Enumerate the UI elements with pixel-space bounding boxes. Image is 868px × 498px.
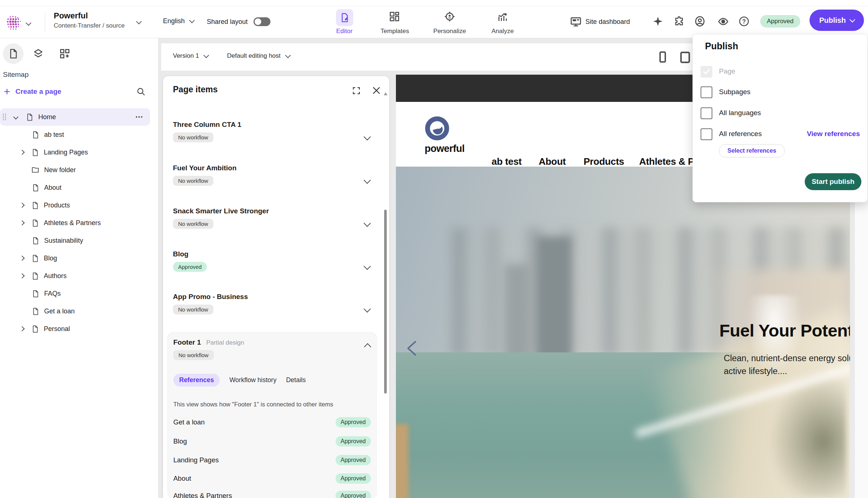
sidebar-components-view-button[interactable]: [54, 43, 75, 64]
checkbox-all-references-label[interactable]: All references: [719, 130, 762, 138]
tab-analyze-label[interactable]: Analyze: [489, 28, 516, 35]
reference-row[interactable]: Get a loan Approved: [173, 417, 371, 427]
expand-icon: [352, 86, 361, 95]
sitemap-item-faqs[interactable]: FAQs: [0, 285, 158, 302]
sitemap-item-products[interactable]: Products: [0, 196, 158, 214]
site-dashboard-button[interactable]: Site dashboard: [570, 16, 630, 28]
start-publish-button[interactable]: Start publish: [805, 173, 861, 190]
ai-sparkle-button[interactable]: [652, 16, 663, 27]
shared-layout-toggle[interactable]: [254, 17, 270, 26]
sitemap-section-label: Sitemap: [3, 71, 29, 79]
panel-scrollbar[interactable]: [384, 210, 387, 394]
page-item-title[interactable]: App Promo - Business: [173, 293, 248, 301]
app-switcher-chevron-icon[interactable]: [26, 20, 32, 26]
chevron-down-icon[interactable]: [364, 133, 371, 140]
chevron-right-icon[interactable]: [20, 220, 25, 225]
publish-button[interactable]: Publish: [809, 10, 864, 31]
checkbox-all-languages-label[interactable]: All languages: [719, 109, 761, 117]
tab-personalize-label[interactable]: Personalize: [431, 28, 468, 35]
sitemap-item-home[interactable]: Home: [0, 108, 150, 126]
tab-workflow-history[interactable]: Workflow history: [229, 376, 276, 384]
checkbox-all-references[interactable]: [701, 128, 712, 140]
project-switcher-chevron-icon[interactable]: [136, 19, 142, 25]
scrollbar-up-arrow[interactable]: [384, 92, 387, 95]
panel-close-button[interactable]: [372, 86, 381, 95]
carousel-prev-icon[interactable]: [404, 339, 420, 357]
chevron-down-icon[interactable]: [364, 220, 371, 227]
tab-templates[interactable]: [389, 11, 400, 22]
chevron-down-icon[interactable]: [364, 305, 371, 313]
page-icon: [31, 149, 39, 156]
analyze-chart-icon: [497, 11, 509, 22]
create-page-button[interactable]: Create a page: [3, 88, 61, 96]
site-nav-ab-test[interactable]: ab test: [492, 156, 522, 167]
sitemap-item-label: Landing Pages: [44, 149, 88, 156]
sitemap-item-sustainability[interactable]: Sustainability: [0, 232, 158, 249]
addons-button[interactable]: [673, 16, 685, 27]
project-subtitle: Content-Transfer / source: [54, 22, 125, 29]
chevron-right-icon[interactable]: [20, 150, 25, 155]
sitemap-item-authors[interactable]: Authors: [0, 267, 158, 285]
sitemap-item-personal[interactable]: Personal: [0, 320, 158, 338]
sitemap-item-new-folder[interactable]: New folder: [0, 161, 158, 179]
chevron-down-icon[interactable]: [364, 263, 371, 270]
sidebar-layers-view-button[interactable]: [28, 43, 49, 64]
sitemap-item-blog[interactable]: Blog: [0, 249, 158, 267]
sitemap-search-button[interactable]: [136, 87, 146, 96]
chevron-up-icon[interactable]: [364, 343, 371, 351]
editing-host-selector[interactable]: Default editing host: [227, 52, 290, 60]
reference-row[interactable]: Athletes & Partners Approved: [173, 491, 371, 498]
reference-row[interactable]: About Approved: [173, 473, 371, 484]
tab-personalize[interactable]: [444, 11, 456, 22]
checkbox-subpages[interactable]: [701, 86, 712, 98]
help-button[interactable]: [738, 16, 750, 27]
tablet-preview-button[interactable]: [679, 51, 692, 64]
chevron-right-icon[interactable]: [20, 273, 25, 278]
footer-item-title-row[interactable]: Footer 1 Partial design: [173, 338, 244, 346]
chevron-right-icon[interactable]: [20, 256, 25, 261]
tab-templates-label[interactable]: Templates: [378, 28, 411, 35]
page-icon: [32, 290, 39, 298]
tab-analyze[interactable]: [497, 11, 509, 22]
site-nav-about[interactable]: About: [539, 156, 566, 167]
sitemap-item-landing-pages[interactable]: Landing Pages: [0, 143, 158, 161]
site-nav-products[interactable]: Products: [584, 156, 624, 167]
tab-references[interactable]: References: [173, 374, 220, 387]
checkbox-all-languages[interactable]: [701, 107, 712, 119]
account-button[interactable]: [694, 15, 706, 27]
page-item-title[interactable]: Three Column CTA 1: [173, 121, 241, 129]
preview-eye-button[interactable]: [718, 16, 729, 27]
reference-row[interactable]: Blog Approved: [173, 436, 371, 447]
sitemap-item-athletes-partners[interactable]: Athletes & Partners: [0, 214, 158, 232]
reference-row[interactable]: Landing Pages Approved: [173, 455, 371, 465]
chevron-right-icon[interactable]: [20, 326, 25, 331]
sidebar-pages-view-button[interactable]: [3, 43, 24, 64]
app-logo[interactable]: [5, 14, 22, 31]
sitemap-item-about[interactable]: About: [0, 179, 158, 196]
sitemap-item-get-a-loan[interactable]: Get a loan: [0, 302, 158, 320]
page-icon: [32, 131, 39, 139]
page-item-title[interactable]: Blog: [173, 250, 188, 258]
chevron-down-icon[interactable]: [13, 114, 18, 120]
view-references-link[interactable]: View references: [807, 130, 860, 138]
tab-details[interactable]: Details: [286, 376, 306, 384]
tab-editor[interactable]: [336, 9, 353, 26]
select-references-button[interactable]: Select references: [719, 144, 785, 157]
tab-editor-label[interactable]: Editor: [330, 28, 359, 35]
ellipsis-menu-icon[interactable]: [135, 113, 144, 121]
version-selector[interactable]: Version 1: [173, 52, 208, 60]
editing-host-label: Default editing host: [227, 52, 281, 60]
mobile-preview-button[interactable]: [656, 51, 669, 63]
panel-expand-button[interactable]: [352, 86, 361, 95]
site-logo[interactable]: powerful: [425, 116, 465, 154]
page-item-title[interactable]: Fuel Your Ambition: [173, 164, 237, 172]
page-item-title[interactable]: Snack Smarter Live Stronger: [173, 207, 269, 215]
footer-item-card: Footer 1 Partial design No workflow Refe…: [167, 332, 377, 498]
help-icon: [738, 16, 750, 27]
drag-handle-icon[interactable]: [2, 113, 7, 121]
sitemap-item-ab-test[interactable]: ab test: [0, 126, 158, 143]
chevron-down-icon[interactable]: [364, 177, 371, 184]
chevron-right-icon[interactable]: [20, 203, 25, 208]
language-selector[interactable]: English: [163, 17, 194, 25]
checkbox-subpages-label[interactable]: Subpages: [719, 88, 751, 96]
